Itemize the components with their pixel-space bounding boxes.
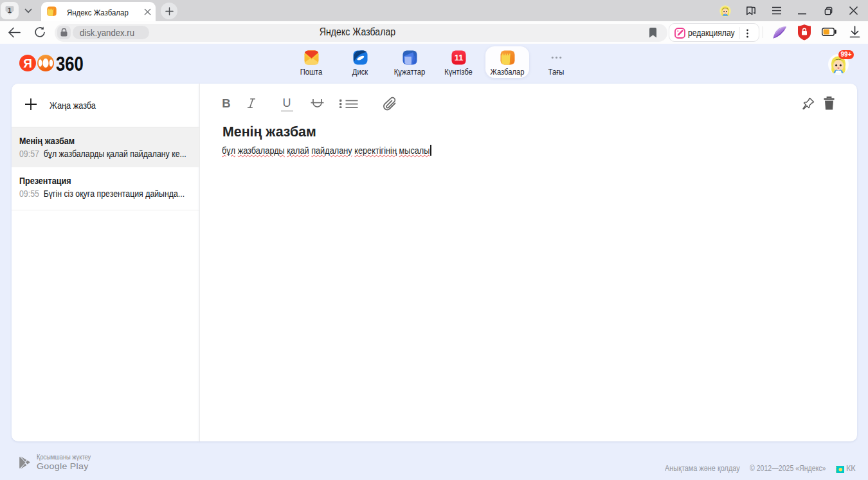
svg-text:Я: Я <box>23 57 32 70</box>
svg-text:1: 1 <box>8 6 12 14</box>
svg-text:11: 11 <box>454 53 463 62</box>
